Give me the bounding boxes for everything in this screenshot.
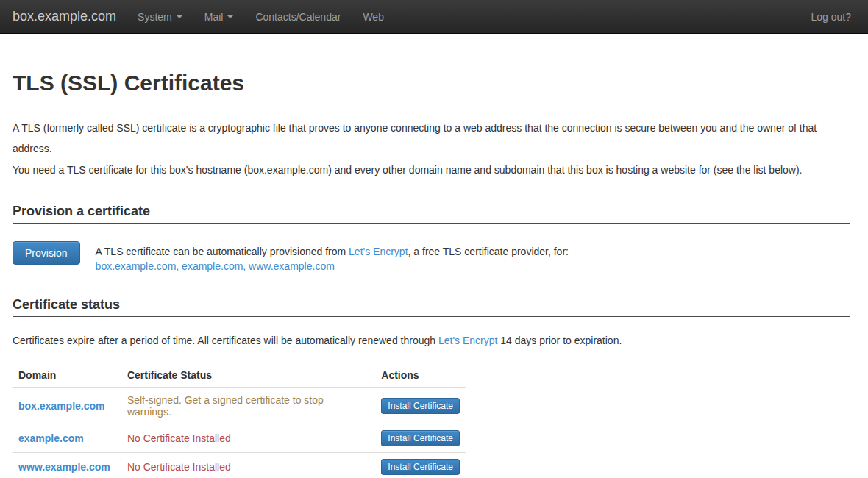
- nav-item-label: Contacts/Calendar: [255, 11, 341, 23]
- caret-down-icon: [227, 15, 233, 18]
- nav-item-web[interactable]: Web: [352, 0, 395, 34]
- certificate-status-text: No Certificate Installed: [127, 461, 231, 473]
- certificate-status-text: No Certificate Installed: [127, 432, 231, 444]
- table-row: www.example.com No Certificate Installed…: [13, 453, 466, 478]
- provision-text-before: A TLS certificate can be automatically p…: [96, 246, 349, 257]
- status-section-heading: Certificate status: [13, 297, 850, 317]
- install-certificate-button[interactable]: Install Certificate: [381, 430, 460, 446]
- certificate-status-text: Self-signed. Get a signed certificate to…: [127, 394, 324, 418]
- intro-paragraph-1: A TLS (formerly called SSL) certificate …: [13, 118, 850, 159]
- expiration-text-before: Certificates expire after a period of ti…: [13, 335, 438, 346]
- page-title: TLS (SSL) Certificates: [13, 71, 850, 96]
- logout-link[interactable]: Log out?: [800, 0, 856, 34]
- domain-link[interactable]: www.example.com: [18, 461, 110, 473]
- nav-item-label: Web: [363, 11, 384, 23]
- intro-paragraph-2: You need a TLS certificate for this box'…: [13, 160, 850, 180]
- provision-description: A TLS certificate can be automatically p…: [96, 241, 569, 274]
- navbar-right: Log out?: [800, 0, 856, 34]
- nav-item-mail[interactable]: Mail: [193, 0, 245, 34]
- nav-item-system[interactable]: System: [127, 0, 193, 34]
- install-certificate-button[interactable]: Install Certificate: [381, 459, 460, 475]
- page-content: TLS (SSL) Certificates A TLS (formerly c…: [0, 71, 868, 478]
- column-header-certificate-status: Certificate Status: [121, 363, 375, 388]
- provision-row: Provision A TLS certificate can be autom…: [13, 241, 850, 274]
- provision-line-1: A TLS certificate can be automatically p…: [96, 244, 569, 259]
- provision-section-heading: Provision a certificate: [13, 204, 850, 224]
- lets-encrypt-link[interactable]: Let's Encrypt: [349, 246, 408, 257]
- domain-link[interactable]: box.example.com: [18, 400, 105, 412]
- nav-item-label: System: [138, 11, 172, 23]
- lets-encrypt-link[interactable]: Let's Encrypt: [438, 335, 498, 346]
- provision-text-after: , a free TLS certificate provider, for:: [408, 246, 569, 257]
- nav-item-contacts-calendar[interactable]: Contacts/Calendar: [244, 0, 352, 34]
- table-row: example.com No Certificate Installed Ins…: [13, 424, 466, 453]
- nav-item-label: Mail: [204, 11, 224, 23]
- column-header-domain: Domain: [13, 363, 121, 388]
- provision-domains-links[interactable]: box.example.com, example.com, www.exampl…: [96, 260, 335, 272]
- caret-down-icon: [177, 15, 182, 18]
- table-row: box.example.com Self-signed. Get a signe…: [13, 388, 466, 424]
- intro-paragraphs: A TLS (formerly called SSL) certificate …: [13, 118, 850, 180]
- table-header-row: Domain Certificate Status Actions: [13, 363, 466, 388]
- expiration-text-after: 14 days prior to expiration.: [497, 335, 622, 346]
- column-header-actions: Actions: [375, 363, 466, 388]
- top-navbar: box.example.com System Mail Contacts/Cal…: [0, 0, 868, 34]
- domain-link[interactable]: example.com: [18, 432, 84, 444]
- certificate-table: Domain Certificate Status Actions box.ex…: [13, 363, 466, 478]
- provision-domains: box.example.com, example.com, www.exampl…: [96, 259, 569, 274]
- expiration-note: Certificates expire after a period of ti…: [13, 333, 850, 348]
- navbar-brand[interactable]: box.example.com: [13, 9, 116, 24]
- provision-button[interactable]: Provision: [13, 241, 80, 265]
- install-certificate-button[interactable]: Install Certificate: [381, 398, 460, 414]
